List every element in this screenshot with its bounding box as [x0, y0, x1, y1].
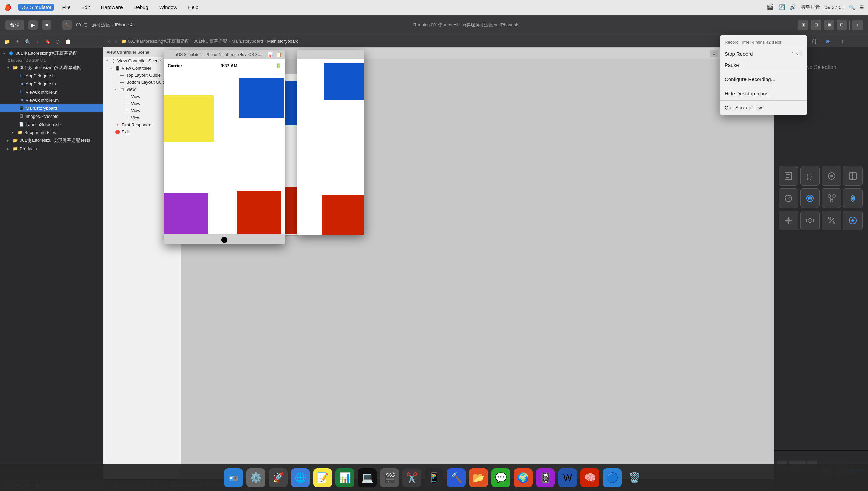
- tab-forward-button[interactable]: ›: [114, 38, 118, 44]
- dock-onenote[interactable]: 📓: [536, 468, 555, 487]
- inspector-cell-2[interactable]: { }: [800, 166, 820, 186]
- dock-filezilla[interactable]: 📂: [469, 468, 488, 487]
- menu-item-ios-simulator[interactable]: iOS Simulator: [18, 4, 54, 11]
- ios-simulator-window[interactable]: iOS Simulator - iPhone 4s - iPhone 4s / …: [164, 50, 285, 244]
- menu-item-help[interactable]: Help: [186, 4, 200, 11]
- dock-finder[interactable]: [224, 468, 243, 487]
- layout-toggle-4[interactable]: ⊡: [837, 20, 847, 30]
- dock-safari[interactable]: 🌐: [291, 468, 310, 487]
- nav-item-subproject[interactable]: ▾ 📂 001使autoresizing实现屏幕适配: [0, 63, 103, 72]
- dock-terminal[interactable]: 💻: [358, 468, 377, 487]
- inspector-cell-12[interactable]: [843, 211, 863, 230]
- nav-search-icon[interactable]: 🔍: [24, 38, 31, 45]
- dock-appcode[interactable]: 🔵: [603, 468, 622, 487]
- inspector-code-icon[interactable]: { }: [810, 36, 819, 46]
- dock-word[interactable]: W: [558, 468, 577, 487]
- layout-toggle-3[interactable]: ⊠: [824, 20, 834, 30]
- inspector-cell-11[interactable]: [822, 211, 841, 230]
- dock-wechat[interactable]: 💬: [491, 468, 510, 487]
- dock-screenflow[interactable]: 🎬: [380, 468, 399, 487]
- nav-item-viewcontroller-h[interactable]: h ViewController.h: [0, 88, 103, 96]
- dropdown-sep-3: [720, 100, 807, 101]
- breadcrumb-label-3: Main.storyboard: [232, 38, 263, 44]
- nav-warning-icon[interactable]: ⚠: [13, 38, 21, 45]
- dock-microsoft[interactable]: 🌍: [514, 468, 533, 487]
- inspector-cell-3[interactable]: [822, 166, 841, 186]
- dock-xcode[interactable]: 🔨: [447, 468, 466, 487]
- nav-item-products[interactable]: ▸ 📁 Products: [0, 145, 103, 153]
- inspector-cell-5[interactable]: [779, 188, 798, 208]
- sim-icon-2[interactable]: 📋: [276, 52, 282, 57]
- dropdown-stop-record[interactable]: Stop Record ⌃⌥1: [720, 48, 807, 59]
- dropdown-sep-0: [720, 47, 807, 47]
- svg-point-19: [828, 195, 831, 197]
- breadcrumb-project-editor[interactable]: 📁: [121, 38, 127, 44]
- svg-line-15: [788, 197, 790, 198]
- nav-report-icon[interactable]: 📋: [64, 38, 72, 45]
- svg-point-20: [833, 195, 835, 197]
- layout-toggle-2[interactable]: ⊟: [811, 20, 821, 30]
- inspector-cell-9[interactable]: [779, 211, 798, 230]
- nav-bookmark-icon[interactable]: 🔖: [44, 38, 51, 45]
- dock-excel[interactable]: 📊: [335, 468, 354, 487]
- run-button[interactable]: ▶: [28, 20, 38, 30]
- menu-item-debug[interactable]: Debug: [132, 4, 151, 11]
- menu-item-file[interactable]: File: [60, 4, 73, 11]
- breadcrumb-sep1: ›: [112, 22, 113, 27]
- dock-notes[interactable]: 📝: [313, 468, 332, 487]
- dock-system-prefs[interactable]: ⚙️: [246, 468, 265, 487]
- nav-icon-root: 🔷: [8, 50, 14, 56]
- canvas-size-w-btn[interactable]: ⊡: [710, 50, 718, 57]
- inspector-rect-icon[interactable]: □: [837, 36, 846, 46]
- nav-item-main-storyboard[interactable]: 📱 Main.storyboard: [0, 104, 103, 112]
- menu-item-window[interactable]: Window: [157, 4, 179, 11]
- inspector-cell-4[interactable]: [843, 166, 863, 186]
- dropdown-quit-screenflow[interactable]: Quit ScreenFlow: [720, 102, 807, 113]
- dock-snippets[interactable]: ✂️: [402, 468, 421, 487]
- dropdown-header: Record Time: 4 mins 42 secs: [720, 37, 807, 45]
- inspector-cell-6[interactable]: [800, 188, 820, 208]
- inspector-target-icon[interactable]: ⊕: [823, 36, 833, 46]
- nav-item-supporting-files[interactable]: ▸ 📁 Supporting Files: [0, 128, 103, 136]
- scheme-icon[interactable]: 🔨: [62, 20, 72, 30]
- nav-item-tests[interactable]: ▸ 📂 001使autoresizi...实现屏幕适配Tests: [0, 136, 103, 145]
- dropdown-pause[interactable]: Pause: [720, 59, 807, 71]
- svg-point-6: [831, 175, 833, 177]
- add-item-button[interactable]: +: [852, 20, 863, 30]
- menu-item-edit[interactable]: Edit: [79, 4, 92, 11]
- nav-folder-icon[interactable]: 📁: [3, 38, 11, 45]
- dropdown-hide-icons[interactable]: Hide Desktop Icons: [720, 88, 807, 99]
- input-method[interactable]: 搜狗拼音: [801, 4, 820, 10]
- toolbar-breadcrumb: 001使…屏幕适配 › iPhone 4s: [76, 22, 135, 28]
- tab-back-button[interactable]: ‹: [107, 38, 111, 44]
- inspector-cell-7[interactable]: [822, 188, 841, 208]
- dock-launchpad[interactable]: 🚀: [269, 468, 288, 487]
- nav-subtitle: 2 targets, iOS SDK 8.1: [0, 57, 103, 63]
- nav-item-viewcontroller-m[interactable]: m ViewController.m: [0, 96, 103, 104]
- dropdown-configure-recording[interactable]: Configure Recording...: [720, 74, 807, 85]
- menu-item-hardware[interactable]: Hardware: [99, 4, 125, 11]
- search-icon[interactable]: 🔍: [849, 5, 855, 10]
- menu-extra-icon[interactable]: ☰: [860, 5, 864, 10]
- nav-item-root[interactable]: ▾ 🔷 001使autoresizing实现屏幕适配: [0, 49, 103, 57]
- apple-menu[interactable]: 🍎: [4, 4, 11, 11]
- inspector-cell-1[interactable]: [779, 166, 798, 186]
- nav-item-launchscreen[interactable]: 📄 LaunchScreen.xib: [0, 120, 103, 128]
- dock-trash[interactable]: 🗑️: [625, 468, 644, 487]
- layout-toggle-1[interactable]: ⊞: [798, 20, 808, 30]
- nav-git-icon[interactable]: ↑: [34, 38, 41, 45]
- inspector-cell-10[interactable]: [800, 211, 820, 230]
- sim-home-btn[interactable]: ⬤: [221, 236, 228, 243]
- pause-button[interactable]: 暂停: [5, 20, 24, 30]
- dock-xmind[interactable]: 🧠: [580, 468, 599, 487]
- nav-breakpoint-icon[interactable]: ⬡: [54, 38, 61, 45]
- nav-item-images[interactable]: 🖼 Images.xcassets: [0, 112, 103, 120]
- sim-icon-1[interactable]: 📊: [268, 52, 273, 57]
- nav-item-appdelegate-m[interactable]: m AppDelegate.m: [0, 80, 103, 88]
- dock-ios-sim[interactable]: 📱: [425, 468, 443, 487]
- breadcrumb-project[interactable]: 001使…屏幕适配: [76, 22, 110, 28]
- stop-button[interactable]: ■: [42, 20, 51, 30]
- breadcrumb-device[interactable]: iPhone 4s: [115, 22, 135, 27]
- inspector-cell-8[interactable]: [843, 188, 863, 208]
- nav-item-appdelegate-h[interactable]: h AppDelegate.h: [0, 72, 103, 80]
